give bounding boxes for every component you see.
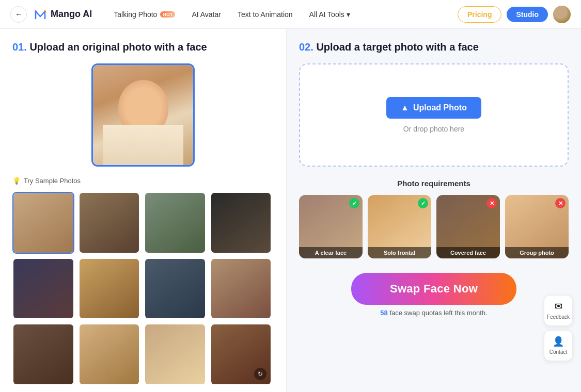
sample-thumbnail xyxy=(145,324,205,384)
logo-icon xyxy=(33,7,48,22)
sample-thumbnail xyxy=(211,259,271,319)
req-covered-face-badge: ✕ xyxy=(486,198,497,208)
contact-icon: 👤 xyxy=(553,336,564,347)
nav-ai-avatar-label: AI Avatar xyxy=(192,10,221,19)
req-covered-face-thumb: ✕ Covered face xyxy=(436,195,500,258)
nav: Talking Photo HOT AI Avatar Text to Anim… xyxy=(106,7,458,22)
right-panel: 02. Upload a target photo with a face ▲ … xyxy=(287,29,581,392)
main-photo-container xyxy=(12,63,274,167)
left-step-num: 01. xyxy=(12,41,27,53)
req-covered-face: ✕ Covered face xyxy=(436,195,500,258)
list-item[interactable] xyxy=(210,258,272,320)
nav-text-to-animation-label: Text to Animation xyxy=(238,10,293,19)
photo-requirements: Photo requirements ✓ A clear face ✓ Solo… xyxy=(299,179,569,258)
req-solo-frontal-badge: ✓ xyxy=(418,198,428,208)
req-group-photo-thumb: ✕ Group photo xyxy=(505,195,569,258)
quota-text: 58 face swap quotas left this month. xyxy=(299,309,569,317)
sample-thumbnail xyxy=(13,324,73,384)
drop-text: Or drop photo here xyxy=(403,125,464,133)
hot-badge: HOT xyxy=(160,11,175,18)
left-title-text: Upload an original photo with a face xyxy=(29,41,207,53)
svg-point-2 xyxy=(44,10,46,12)
header-actions: Pricing Studio xyxy=(458,6,571,23)
back-button[interactable]: ← xyxy=(10,6,27,23)
pricing-button[interactable]: Pricing xyxy=(458,6,501,23)
sample-thumbnail xyxy=(211,193,271,253)
right-title-text: Upload a target photo with a face xyxy=(316,41,478,53)
try-sample-text: Try Sample Photos xyxy=(24,177,81,185)
req-clear-face-label: A clear face xyxy=(299,247,363,258)
list-item[interactable] xyxy=(12,323,74,385)
left-section-title: 01. Upload an original photo with a face xyxy=(12,41,274,53)
sample-thumbnail xyxy=(145,259,205,319)
upload-drop-area[interactable]: ▲ Upload Photo Or drop photo here xyxy=(299,63,569,167)
sample-thumbnail xyxy=(13,259,73,319)
sidebar-actions: ✉ Feedback 👤 Contact xyxy=(544,295,573,361)
upload-icon: ▲ xyxy=(401,103,409,112)
requirements-grid: ✓ A clear face ✓ Solo frontal ✕ Covered … xyxy=(299,195,569,258)
sample-thumbnail xyxy=(145,193,205,253)
list-item[interactable] xyxy=(210,192,272,254)
req-clear-face: ✓ A clear face xyxy=(299,195,363,258)
sample-thumbnail xyxy=(80,193,139,253)
req-solo-frontal-thumb: ✓ Solo frontal xyxy=(368,195,431,258)
sample-thumbnail xyxy=(80,324,139,384)
header: ← Mango AI Talking Photo HOT AI Avatar T… xyxy=(0,0,581,29)
list-item[interactable] xyxy=(78,192,140,254)
list-item[interactable] xyxy=(144,323,206,385)
sample-grid: ↻ xyxy=(12,192,274,385)
list-item[interactable] xyxy=(12,258,74,320)
main-content: 01. Upload an original photo with a face… xyxy=(0,29,581,392)
back-icon: ← xyxy=(15,10,22,18)
svg-point-1 xyxy=(35,10,37,12)
nav-all-ai-tools[interactable]: All AI Tools ▾ xyxy=(302,7,357,22)
req-group-photo-label: Group photo xyxy=(505,247,569,258)
list-item[interactable] xyxy=(144,258,206,320)
sample-thumbnail xyxy=(13,193,73,253)
try-sample-label: 💡 Try Sample Photos xyxy=(12,177,274,185)
swap-btn-container: Swap Face Now xyxy=(299,273,569,305)
list-item[interactable]: ↻ xyxy=(210,323,272,385)
left-panel: 01. Upload an original photo with a face… xyxy=(0,29,287,392)
quota-suffix: face swap quotas left this month. xyxy=(389,309,487,317)
list-item[interactable] xyxy=(78,323,140,385)
scroll-indicator: ↻ xyxy=(254,368,266,380)
avatar-image xyxy=(553,6,571,23)
contact-button[interactable]: 👤 Contact xyxy=(544,330,573,361)
req-group-photo-badge: ✕ xyxy=(555,198,566,208)
photo-req-title: Photo requirements xyxy=(299,179,569,188)
nav-talking-photo-label: Talking Photo xyxy=(114,10,157,19)
main-selected-photo[interactable] xyxy=(91,63,195,167)
req-group-photo: ✕ Group photo xyxy=(505,195,569,258)
main-photo-image xyxy=(93,65,193,165)
req-solo-frontal-label: Solo frontal xyxy=(368,247,431,258)
studio-button[interactable]: Studio xyxy=(507,7,548,22)
list-item[interactable] xyxy=(12,192,74,254)
upload-photo-button[interactable]: ▲ Upload Photo xyxy=(386,97,481,119)
right-section-title: 02. Upload a target photo with a face xyxy=(299,41,569,53)
req-covered-face-label: Covered face xyxy=(436,247,500,258)
nav-text-to-animation[interactable]: Text to Animation xyxy=(230,7,300,22)
avatar[interactable] xyxy=(553,6,571,23)
logo-text: Mango AI xyxy=(51,9,92,20)
req-clear-face-badge: ✓ xyxy=(349,198,359,208)
swap-face-now-button[interactable]: Swap Face Now xyxy=(351,273,516,305)
list-item[interactable] xyxy=(78,258,140,320)
feedback-icon: ✉ xyxy=(555,301,562,312)
req-solo-frontal: ✓ Solo frontal xyxy=(368,195,431,258)
req-clear-face-thumb: ✓ A clear face xyxy=(299,195,363,258)
logo: Mango AI xyxy=(33,7,92,22)
right-step-num: 02. xyxy=(299,41,313,53)
upload-photo-label: Upload Photo xyxy=(413,103,467,112)
quota-number: 58 xyxy=(380,309,387,317)
feedback-button[interactable]: ✉ Feedback xyxy=(544,295,573,326)
try-sample-emoji: 💡 xyxy=(12,177,21,185)
sample-thumbnail xyxy=(80,259,139,319)
nav-all-ai-tools-label: All AI Tools ▾ xyxy=(309,10,350,19)
feedback-label: Feedback xyxy=(547,314,570,320)
nav-talking-photo[interactable]: Talking Photo HOT xyxy=(106,7,182,22)
nav-ai-avatar[interactable]: AI Avatar xyxy=(184,7,228,22)
list-item[interactable] xyxy=(144,192,206,254)
contact-label: Contact xyxy=(549,349,567,355)
